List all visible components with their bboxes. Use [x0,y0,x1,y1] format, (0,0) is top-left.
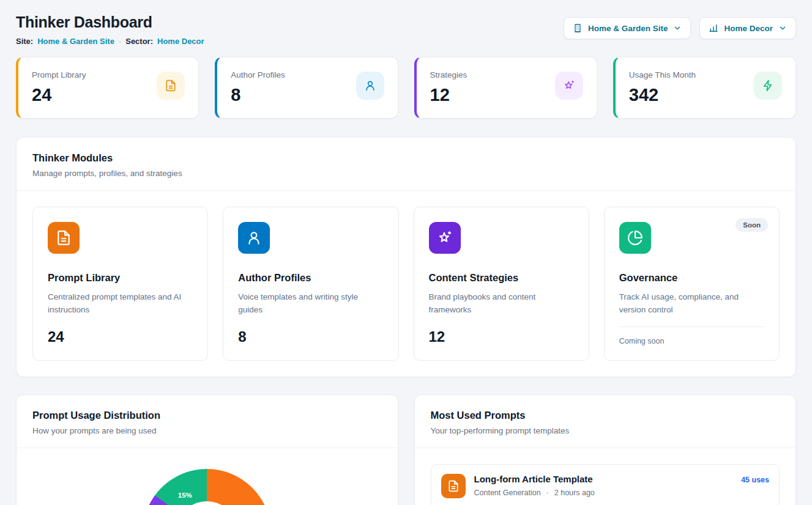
chevron-down-icon [778,24,787,32]
module-card-content-strategies[interactable]: Content Strategies Brand playbooks and c… [414,207,589,361]
usage-card-header: Prompt Usage Distribution How your promp… [17,395,398,448]
modules-subtitle: Manage prompts, profiles, and strategies [32,169,780,178]
separator-dot: · [119,37,121,46]
modules-panel-header: Thinker Modules Manage prompts, profiles… [17,138,795,191]
modules-grid: Prompt Library Centralized prompt templa… [17,191,795,377]
page-header: Thinker Dashboard Site: Home & Garden Si… [16,13,796,46]
stat-card-author-profiles: Author Profiles 8 [215,57,398,119]
prompt-item-uses-badge: 45 uses [741,474,769,484]
sector-selector-dropdown[interactable]: Home Decor [699,17,796,39]
prompt-usage-card: Prompt Usage Distribution How your promp… [16,394,398,505]
site-selector-label: Home & Garden Site [588,24,668,33]
stats-row: Prompt Library 24 Author Profiles 8 Stra… [16,57,796,119]
prompts-card-header: Most Used Prompts Your top-performing pr… [415,395,796,448]
usage-chart-area: 15% [17,469,398,505]
document-icon [441,474,466,498]
stat-value: 12 [430,85,467,105]
bottom-row: Prompt Usage Distribution How your promp… [16,394,796,505]
stat-label: Author Profiles [231,70,285,79]
header-left: Thinker Dashboard Site: Home & Garden Si… [16,13,204,46]
most-used-prompts-card: Most Used Prompts Your top-performing pr… [414,394,797,505]
stat-value: 8 [231,85,285,105]
sector-link[interactable]: Home Decor [157,37,204,46]
soon-badge: Soon [736,218,768,232]
document-icon [48,222,80,254]
chevron-down-icon [673,24,682,32]
module-card-author-profiles[interactable]: Author Profiles Voice templates and writ… [223,207,398,361]
breadcrumb: Site: Home & Garden Site · Sector: Home … [16,37,204,46]
module-count: 12 [429,317,574,345]
module-title: Governance [619,272,764,284]
bar-chart-icon [709,23,718,33]
usage-card-subtitle: How your prompts are being used [32,426,382,435]
sparkle-icon [429,222,461,254]
donut-chart-wrap: 15% [143,469,271,505]
module-coming-soon: Coming soon [619,326,764,345]
module-description: Centralized prompt templates and AI inst… [48,291,193,317]
stat-label: Prompt Library [32,70,86,79]
prompt-item-time: 2 hours ago [554,488,595,497]
module-description: Track AI usage, compliance, and version … [619,291,764,317]
site-selector-dropdown[interactable]: Home & Garden Site [564,17,691,39]
user-icon [238,222,270,254]
module-title: Content Strategies [429,272,574,284]
stat-card-usage: Usage This Month 342 [613,57,796,119]
usage-card-title: Prompt Usage Distribution [32,410,382,421]
lightning-icon [754,72,782,100]
sparkle-icon [555,72,583,100]
site-label: Site: [16,37,33,46]
prompt-item-text: Long-form Article Template Content Gener… [474,474,595,497]
module-title: Author Profiles [238,272,383,284]
pie-chart-icon [619,222,651,254]
module-description: Brand playbooks and content frameworks [429,291,574,317]
building-icon [573,23,583,33]
thinker-modules-panel: Thinker Modules Manage prompts, profiles… [16,137,796,377]
sector-label: Sector: [125,37,153,46]
prompt-item-category: Content Generation [474,488,541,497]
module-card-governance[interactable]: Soon Governance Track AI usage, complian… [604,207,780,361]
document-icon [157,72,185,100]
module-description: Voice templates and writing style guides [238,291,383,317]
module-count: 8 [238,317,383,345]
modules-title: Thinker Modules [32,152,780,164]
stat-value: 24 [32,85,86,105]
prompt-list-item[interactable]: Long-form Article Template Content Gener… [431,464,780,505]
stat-value: 342 [629,85,696,105]
stat-label: Strategies [430,70,467,79]
prompts-card-title: Most Used Prompts [431,410,780,421]
donut-segment-label: 15% [178,492,192,499]
module-card-prompt-library[interactable]: Prompt Library Centralized prompt templa… [32,207,208,361]
stat-card-strategies: Strategies 12 [414,57,597,119]
prompts-list: Long-form Article Template Content Gener… [415,448,796,505]
module-count: 24 [48,317,193,345]
prompt-item-meta: Content Generation · 2 hours ago [474,488,595,497]
user-icon [356,72,384,100]
site-link[interactable]: Home & Garden Site [37,37,114,46]
stat-card-prompt-library: Prompt Library 24 [16,57,199,119]
stat-label: Usage This Month [629,70,696,79]
prompts-card-subtitle: Your top-performing prompt templates [431,426,780,435]
sector-selector-label: Home Decor [724,24,773,33]
prompt-item-title: Long-form Article Template [474,474,595,484]
page-title: Thinker Dashboard [16,13,204,31]
module-title: Prompt Library [48,272,193,284]
donut-chart [143,469,271,505]
meta-dot: · [546,488,549,497]
header-selectors: Home & Garden Site Home Decor [564,17,796,39]
